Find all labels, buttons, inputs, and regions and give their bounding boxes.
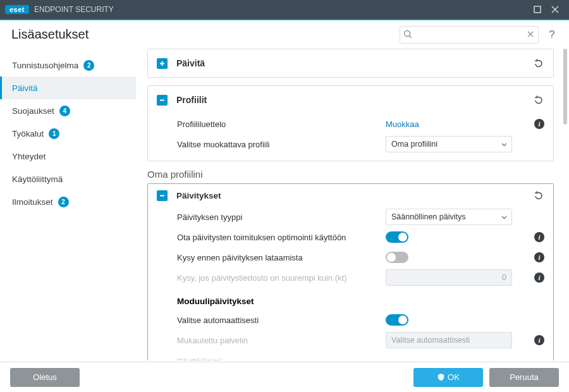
undo-icon[interactable] (532, 94, 544, 106)
search-clear-icon[interactable] (526, 30, 535, 39)
search-icon (403, 30, 413, 39)
sidebar: Tunnistusohjelma 2 Päivitä Suojaukset 4 … (0, 49, 136, 360)
sidebar-item-label: Tunnistusohjelma (12, 61, 78, 70)
sidebar-badge: 2 (58, 197, 69, 207)
collapse-icon (157, 95, 168, 106)
page-title: Lisäasetukset (11, 27, 400, 42)
profile-select[interactable]: Oma profiilini (386, 136, 512, 152)
chevron-down-icon (501, 214, 508, 221)
sidebar-item-tools[interactable]: Työkalut 1 (0, 122, 136, 145)
search-field[interactable] (400, 26, 539, 44)
row-label: Ota päivitysten toimituksen optimointi k… (177, 233, 386, 242)
cancel-button[interactable]: Peruuta (489, 368, 559, 387)
section-title: Päivitä (176, 58, 532, 68)
section-title: Päivitykset (176, 191, 532, 200)
shield-icon (437, 373, 445, 381)
sidebar-badge: 2 (83, 60, 94, 71)
custom-server-select: Valitse automaattisesti (386, 332, 512, 348)
expand-icon (157, 58, 168, 69)
undo-icon[interactable] (532, 57, 544, 70)
auto-select-toggle[interactable] (386, 314, 408, 326)
sidebar-item-update[interactable]: Päivitä (0, 77, 136, 99)
product-name: ENDPOINT SECURITY (34, 5, 114, 14)
delivery-opt-toggle[interactable] (386, 231, 408, 243)
sidebar-badge: 1 (49, 128, 59, 139)
numeric-value: 0 (502, 273, 506, 282)
collapse-icon (157, 190, 168, 201)
window-maximize-button[interactable] (529, 0, 546, 19)
row-label: Profiililuettelo (177, 119, 386, 129)
undo-icon[interactable] (532, 189, 544, 202)
sidebar-item-protections[interactable]: Suojaukset 4 (0, 99, 136, 122)
select-value: Oma profiilini (391, 140, 437, 149)
sidebar-item-label: Päivitä (12, 83, 38, 93)
own-profile-heading: Oma profiilini (147, 169, 554, 180)
ask-kt-row: Kysy, jos päivitystiedosto on suurempi k… (148, 267, 553, 288)
titlebar: eset ENDPOINT SECURITY (0, 0, 569, 19)
custom-server-row: Mukautettu palvelin Valitse automaattise… (148, 330, 553, 350)
delivery-opt-row: Ota päivitysten toimituksen optimointi k… (148, 227, 553, 247)
ask-before-row: Kysy ennen päivityksen lataamista i (148, 247, 553, 267)
update-type-row: Päivityksen tyyppi Säännöllinen päivitys (148, 207, 553, 227)
brand-badge: eset (5, 5, 29, 14)
help-button[interactable]: ? (546, 28, 558, 41)
row-label: Päivityksen tyyppi (177, 212, 386, 222)
sidebar-item-label: Yhteydet (12, 152, 46, 161)
window-close-button[interactable] (546, 0, 564, 19)
row-label: Valitse muokattava profiili (177, 140, 386, 149)
sidebar-item-label: Työkalut (12, 129, 44, 138)
select-value: Säännöllinen päivitys (391, 212, 465, 221)
search-input[interactable] (400, 26, 539, 44)
update-type-select[interactable]: Säännöllinen päivitys (386, 209, 512, 225)
row-label: Käyttäjänimi (177, 357, 386, 361)
info-icon[interactable]: i (534, 119, 544, 129)
info-icon[interactable]: i (534, 335, 544, 345)
username-row: Käyttäjänimi (148, 350, 553, 360)
sidebar-item-detection[interactable]: Tunnistusohjelma 2 (0, 54, 136, 77)
profile-select-row: Valitse muokattava profiili Oma profiili… (148, 134, 553, 154)
section-update-header[interactable]: Päivitä (148, 49, 553, 77)
section-title: Profiilit (176, 95, 532, 105)
header: Lisäasetukset ? (0, 20, 569, 49)
content-panels: Päivitä Profiilit (136, 49, 561, 360)
scrollbar[interactable] (561, 49, 569, 360)
section-updates-header[interactable]: Päivitykset (148, 184, 553, 207)
ok-button[interactable]: OK (413, 368, 483, 387)
info-icon[interactable]: i (534, 232, 544, 242)
sidebar-item-label: Suojaukset (12, 106, 54, 116)
svg-point-1 (405, 30, 410, 36)
section-updates: Päivitykset Päivityksen tyyppi Säännölli… (147, 183, 554, 360)
profile-list-row: Profiililuettelo Muokkaa i (148, 114, 553, 134)
module-updates-heading: Moduulipäivitykset (148, 288, 553, 310)
ask-before-toggle[interactable] (386, 252, 408, 263)
ask-kt-input: 0 (386, 269, 512, 286)
scrollbar-thumb[interactable] (563, 49, 567, 125)
edit-link[interactable]: Muokkaa (386, 119, 419, 129)
sidebar-item-notifications[interactable]: Ilmoitukset 2 (0, 190, 136, 213)
row-label: Kysy, jos päivitystiedosto on suurempi k… (177, 273, 386, 283)
info-icon[interactable]: i (534, 273, 544, 283)
footer: Oletus OK Peruuta (0, 362, 569, 392)
row-label: Valitse automaattisesti (177, 315, 386, 325)
select-value: Valitse automaattisesti (391, 336, 470, 345)
info-icon[interactable]: i (534, 252, 544, 262)
auto-select-row: Valitse automaattisesti (148, 310, 553, 330)
svg-rect-0 (534, 6, 541, 13)
sidebar-item-connections[interactable]: Yhteydet (0, 145, 136, 168)
sidebar-item-label: Ilmoitukset (12, 197, 53, 207)
default-button[interactable]: Oletus (10, 368, 80, 387)
sidebar-badge: 4 (59, 106, 70, 116)
sidebar-item-ui[interactable]: Käyttöliittymä (0, 168, 136, 190)
section-update: Päivitä (147, 49, 554, 78)
chevron-down-icon (501, 141, 508, 148)
sidebar-item-label: Käyttöliittymä (12, 175, 63, 184)
section-profiles-header[interactable]: Profiilit (148, 86, 553, 114)
section-profiles: Profiilit Profiililuettelo Muokkaa i Val… (147, 85, 554, 161)
row-label: Kysy ennen päivityksen lataamista (177, 253, 386, 262)
row-label: Mukautettu palvelin (177, 336, 386, 345)
